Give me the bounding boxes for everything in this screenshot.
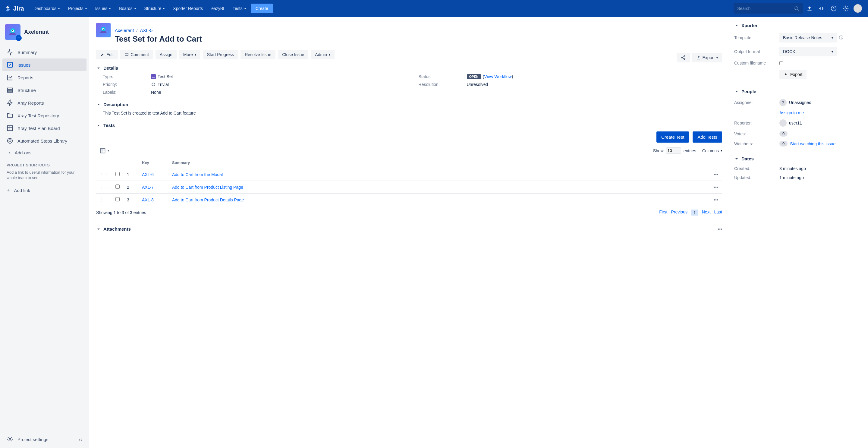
sidebar-item-reports[interactable]: Reports — [2, 71, 87, 84]
template-select[interactable]: Basic Release Notes▾ — [779, 33, 837, 42]
add-tests-button[interactable]: Add Tests — [692, 131, 722, 143]
nav-eazybi[interactable]: eazyBI — [208, 4, 228, 13]
test-key-link[interactable]: AXL-6 — [142, 172, 154, 177]
tests-table: KeySummary ⋮⋮1AXL-6Add to Cart from the … — [96, 157, 722, 206]
page-first[interactable]: First — [659, 210, 667, 215]
comment-button[interactable]: Comment — [120, 50, 153, 59]
xporter-title: Xporter — [741, 23, 757, 28]
filename-checkbox[interactable] — [779, 61, 783, 65]
nav-items: Dashboards▾ Projects▾ Issues▾ Boards▾ St… — [30, 4, 734, 13]
search-box[interactable] — [734, 3, 803, 13]
breadcrumb-project-link[interactable]: Axelerant — [115, 28, 134, 33]
nav-projects[interactable]: Projects▾ — [64, 4, 90, 13]
chevron-down-icon[interactable] — [734, 156, 739, 161]
row-more-icon[interactable]: ••• — [710, 168, 722, 181]
attachments-more-icon[interactable]: ••• — [718, 227, 722, 232]
edit-button[interactable]: Edit — [96, 50, 118, 59]
sidebar-item-auto-steps[interactable]: Automated Steps Library — [2, 135, 87, 147]
table-icon — [100, 148, 106, 154]
row-more-icon[interactable]: ••• — [710, 193, 722, 206]
sidebar-item-summary[interactable]: Summary — [2, 46, 87, 59]
breadcrumb-issue-link[interactable]: AXL-5 — [140, 28, 153, 33]
assign-to-me-link[interactable]: Assign to me — [779, 110, 804, 115]
th-summary[interactable]: Summary — [168, 157, 710, 168]
chevron-down-icon[interactable] — [96, 227, 101, 232]
arrow-up-icon[interactable] — [804, 3, 815, 14]
drag-handle-icon[interactable]: ⋮⋮ — [100, 198, 108, 202]
sidebar-item-structure[interactable]: Structure — [2, 84, 87, 96]
chevron-down-icon[interactable] — [96, 102, 101, 107]
chevron-right-icon: › — [9, 150, 10, 155]
help-icon[interactable]: ⓘ — [839, 35, 843, 40]
more-button[interactable]: More▾ — [179, 50, 200, 59]
page-current: 1 — [691, 210, 698, 215]
resolve-button[interactable]: Resolve Issue — [241, 50, 276, 59]
test-key-link[interactable]: AXL-8 — [142, 198, 154, 202]
bolt-icon — [7, 99, 13, 106]
sidebar-item-addons[interactable]: ›Add-ons — [2, 147, 87, 158]
sidebar-item-xray-repo[interactable]: Xray Test Repository — [2, 109, 87, 122]
nav-tests[interactable]: Tests▾ — [229, 4, 250, 13]
columns-dropdown[interactable]: Columns▾ — [702, 148, 722, 153]
jira-logo[interactable]: Jira — [5, 5, 24, 12]
show-label: Show — [653, 148, 664, 153]
user-avatar[interactable] — [852, 3, 863, 14]
chevron-down-icon[interactable] — [96, 66, 101, 70]
workflow-link[interactable]: View Workflow — [484, 74, 512, 79]
create-button[interactable]: Create — [251, 4, 273, 13]
page-last[interactable]: Last — [714, 210, 722, 215]
admin-button[interactable]: Admin▾ — [311, 50, 335, 59]
chevron-down-icon[interactable] — [734, 23, 739, 28]
row-checkbox[interactable] — [116, 172, 120, 176]
row-checkbox[interactable] — [116, 184, 120, 189]
row-checkbox[interactable] — [116, 197, 120, 201]
sidebar-item-issues[interactable]: Issues — [2, 59, 87, 71]
description-section: Description This Test Set is created to … — [96, 102, 722, 116]
page-next[interactable]: Next — [702, 210, 711, 215]
sidebar-item-xray-reports[interactable]: Xray Reports — [2, 96, 87, 109]
xporter-export-button[interactable]: Export — [779, 70, 807, 79]
svg-rect-11 — [7, 90, 13, 91]
assign-button[interactable]: Assign — [156, 50, 177, 59]
share-button[interactable] — [677, 53, 690, 62]
nav-issues[interactable]: Issues▾ — [92, 4, 114, 13]
close-button[interactable]: Close Issue — [278, 50, 308, 59]
chevron-down-icon[interactable] — [96, 123, 101, 128]
test-summary-link[interactable]: Add to Cart from Product Listing Page — [172, 185, 243, 190]
sidebar-add-link[interactable]: +Add link — [2, 184, 87, 197]
filename-label: Custom filename — [734, 61, 779, 65]
sidebar-item-xray-plan[interactable]: Xray Test Plan Board — [2, 122, 87, 135]
export-button[interactable]: Export▾ — [692, 53, 722, 62]
right-panel: Xporter Template Basic Release Notes▾ⓘ O… — [734, 23, 861, 442]
row-more-icon[interactable]: ••• — [710, 181, 722, 193]
nav-xporter[interactable]: Xporter Reports — [169, 4, 207, 13]
search-icon — [794, 6, 799, 11]
nav-structure[interactable]: Structure▾ — [141, 4, 168, 13]
test-key-link[interactable]: AXL-7 — [142, 185, 154, 190]
drag-handle-icon[interactable]: ⋮⋮ — [100, 172, 108, 177]
page-prev[interactable]: Previous — [671, 210, 687, 215]
entries-input[interactable] — [666, 147, 681, 154]
priority-label: Priority: — [103, 82, 139, 87]
search-input[interactable] — [737, 6, 794, 11]
settings-icon[interactable] — [840, 3, 851, 14]
th-key[interactable]: Key — [138, 157, 168, 168]
nav-boards[interactable]: Boards▾ — [116, 4, 139, 13]
watch-link[interactable]: Start watching this issue — [790, 141, 835, 146]
template-label: Template — [734, 35, 779, 40]
chevron-down-icon[interactable] — [734, 89, 739, 94]
megaphone-icon[interactable] — [816, 3, 827, 14]
project-header[interactable]: Axelerant — [2, 24, 87, 46]
test-summary-link[interactable]: Add to Cart from Product Details Page — [172, 198, 244, 202]
create-test-button[interactable]: Create Test — [656, 131, 689, 143]
format-select[interactable]: DOCX▾ — [779, 47, 837, 56]
columns-picker[interactable]: ▾ — [96, 148, 109, 154]
drag-handle-icon[interactable]: ⋮⋮ — [100, 185, 108, 190]
nav-dashboards[interactable]: Dashboards▾ — [30, 4, 64, 13]
test-summary-link[interactable]: Add to Cart from the Modal — [172, 172, 223, 177]
svg-point-0 — [795, 7, 798, 10]
project-settings-link[interactable]: Project settings — [7, 436, 49, 443]
help-icon[interactable] — [828, 3, 839, 14]
collapse-icon[interactable]: ‹‹ — [79, 436, 82, 443]
start-progress-button[interactable]: Start Progress — [203, 50, 238, 59]
